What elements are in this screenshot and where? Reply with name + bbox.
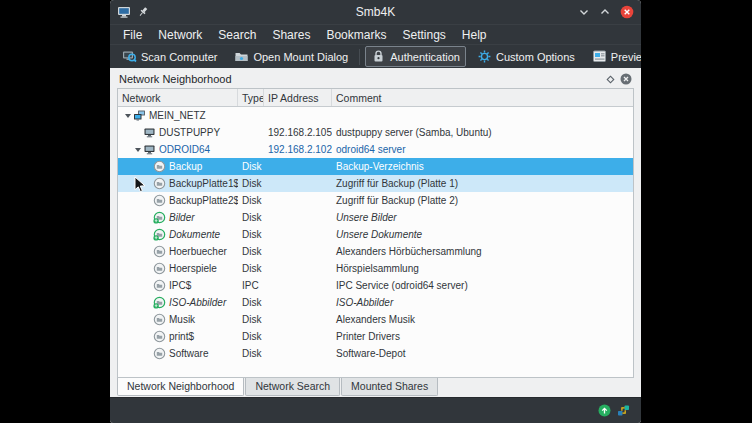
tab-network-search[interactable]: Network Search <box>245 378 340 396</box>
indent-spacer <box>144 243 153 260</box>
toolbar-open-mount-dialog-button[interactable]: Open Mount Dialog <box>228 46 354 67</box>
menu-network[interactable]: Network <box>150 26 210 44</box>
comment-cell: odroid64 server <box>332 144 633 155</box>
app-icon[interactable] <box>117 5 131 19</box>
tab-network-neighborhood[interactable]: Network Neighborhood <box>117 378 244 396</box>
type-cell: Disk <box>238 178 264 189</box>
item-name: Software <box>169 348 208 359</box>
tree-row-odroid64[interactable]: ODROID64192.168.2.102odroid64 server <box>118 141 633 158</box>
share-mounted-icon <box>153 296 166 309</box>
menu-search[interactable]: Search <box>210 26 264 44</box>
toolbar-button-label: Open Mount Dialog <box>253 51 348 63</box>
status-mounted-icon <box>598 404 611 417</box>
minimize-button[interactable] <box>578 6 590 18</box>
item-name: ISO-Abbilder <box>169 297 226 308</box>
tree-row-musik[interactable]: MusikDiskAlexanders Musik <box>118 311 633 328</box>
titlebar[interactable]: Smb4K <box>110 0 641 24</box>
tree-row-backupplatte2[interactable]: BackupPlatte2$DiskZugriff für Backup (Pl… <box>118 192 633 209</box>
share-icon <box>153 262 166 275</box>
ip-cell: 192.168.2.102 <box>264 144 332 155</box>
column-header-type[interactable]: Type <box>238 89 264 106</box>
indent-spacer <box>134 124 143 141</box>
indent-spacer <box>144 294 153 311</box>
tree-row-backupplatte1[interactable]: BackupPlatte1$DiskZugriff für Backup (Pl… <box>118 175 633 192</box>
dock-area: Network Neighborhood NetworkTypeIP Addre… <box>110 68 641 378</box>
tree-row-dokumente[interactable]: DokumenteDiskUnsere Dokumente <box>118 226 633 243</box>
float-dock-button[interactable] <box>606 75 615 84</box>
comment-cell: IPC Service (odroid64 server) <box>332 280 633 291</box>
indent-spacer <box>144 209 153 226</box>
tree-row-hoerspiele[interactable]: HoerspieleDiskHörspielsammlung <box>118 260 633 277</box>
indent-spacer <box>144 311 153 328</box>
network-cell: Dokumente <box>118 226 238 243</box>
menu-help[interactable]: Help <box>454 26 495 44</box>
comment-cell: Alexanders Musik <box>332 314 633 325</box>
indent-spacer <box>144 192 153 209</box>
type-cell: Disk <box>238 212 264 223</box>
share-icon <box>153 194 166 207</box>
toolbar-preview-button[interactable]: Preview <box>586 46 641 67</box>
titlebar-left <box>117 5 237 19</box>
comment-cell: Zugriff für Backup (Platte 1) <box>332 178 633 189</box>
pin-icon[interactable] <box>137 6 149 18</box>
type-cell: Disk <box>238 263 264 274</box>
status-network-icon <box>617 404 630 417</box>
item-name: Backup <box>169 161 202 172</box>
column-header-network[interactable]: Network <box>118 89 238 106</box>
tree-row-iso-abbilder[interactable]: ISO-AbbilderDiskISO-Abbilder <box>118 294 633 311</box>
tree-row-print[interactable]: print$DiskPrinter Drivers <box>118 328 633 345</box>
comment-cell: Software-Depot <box>332 348 633 359</box>
computer-icon <box>143 143 156 156</box>
comment-cell: Alexanders Hörbüchersammlung <box>332 246 633 257</box>
tree-row-mein-netz[interactable]: MEIN_NETZ <box>118 107 633 124</box>
toolbar-authentication-button[interactable]: Authentication <box>365 46 466 67</box>
preview-icon <box>592 49 607 64</box>
tree-row-software[interactable]: SoftwareDiskSoftware-Depot <box>118 345 633 362</box>
menu-settings[interactable]: Settings <box>394 26 453 44</box>
tab-mounted-shares[interactable]: Mounted Shares <box>341 378 438 396</box>
computer-icon <box>143 126 156 139</box>
comment-cell: ISO-Abbilder <box>332 297 633 308</box>
close-dock-button[interactable] <box>620 73 632 85</box>
scan-computer-icon <box>122 49 137 64</box>
close-button[interactable] <box>620 5 634 19</box>
indent-spacer <box>144 345 153 362</box>
tree-row-hoerbuecher[interactable]: HoerbuecherDiskAlexanders Hörbüchersamml… <box>118 243 633 260</box>
column-header-comment[interactable]: Comment <box>332 89 633 106</box>
column-header-ip-address[interactable]: IP Address <box>264 89 332 106</box>
menu-shares[interactable]: Shares <box>264 26 318 44</box>
share-icon <box>153 279 166 292</box>
item-name: MEIN_NETZ <box>149 110 206 121</box>
comment-cell: dustpuppy server (Samba, Ubuntu) <box>332 127 633 138</box>
menu-bookmarks[interactable]: Bookmarks <box>318 26 394 44</box>
close-icon <box>620 5 634 19</box>
type-cell: Disk <box>238 246 264 257</box>
indent-spacer <box>144 158 153 175</box>
network-tree: NetworkTypeIP AddressComment MEIN_NETZDU… <box>117 88 634 378</box>
network-cell: Bilder <box>118 209 238 226</box>
toolbar-button-label: Preview <box>611 51 641 63</box>
toolbar-button-label: Custom Options <box>496 51 575 63</box>
dock-header-buttons <box>606 73 632 85</box>
tree-row-bilder[interactable]: BilderDiskUnsere Bilder <box>118 209 633 226</box>
type-cell: Disk <box>238 229 264 240</box>
type-cell: Disk <box>238 297 264 308</box>
toolbar-scan-computer-button[interactable]: Scan Computer <box>116 46 223 67</box>
toolbar-custom-options-button[interactable]: Custom Options <box>471 46 581 67</box>
comment-cell: Unsere Bilder <box>332 212 633 223</box>
tree-row-ipc[interactable]: IPC$IPCIPC Service (odroid64 server) <box>118 277 633 294</box>
item-name: IPC$ <box>169 280 191 291</box>
tree-row-backup[interactable]: BackupDiskBackup-Verzeichnis <box>118 158 633 175</box>
dock-header[interactable]: Network Neighborhood <box>117 70 634 88</box>
tree-row-dustpuppy[interactable]: DUSTPUPPY192.168.2.105dustpuppy server (… <box>118 124 633 141</box>
mouse-cursor <box>134 176 146 193</box>
expand-arrow-icon[interactable] <box>134 141 143 158</box>
titlebar-controls <box>514 5 634 19</box>
expand-arrow-icon[interactable] <box>124 107 133 124</box>
toolbar-separator <box>359 49 360 65</box>
window-title: Smb4K <box>237 5 514 19</box>
maximize-button[interactable] <box>599 6 611 18</box>
toolbar: Scan ComputerOpen Mount DialogAuthentica… <box>110 44 641 68</box>
menu-file[interactable]: File <box>115 26 150 44</box>
network-cell: Hoerbuecher <box>118 243 238 260</box>
